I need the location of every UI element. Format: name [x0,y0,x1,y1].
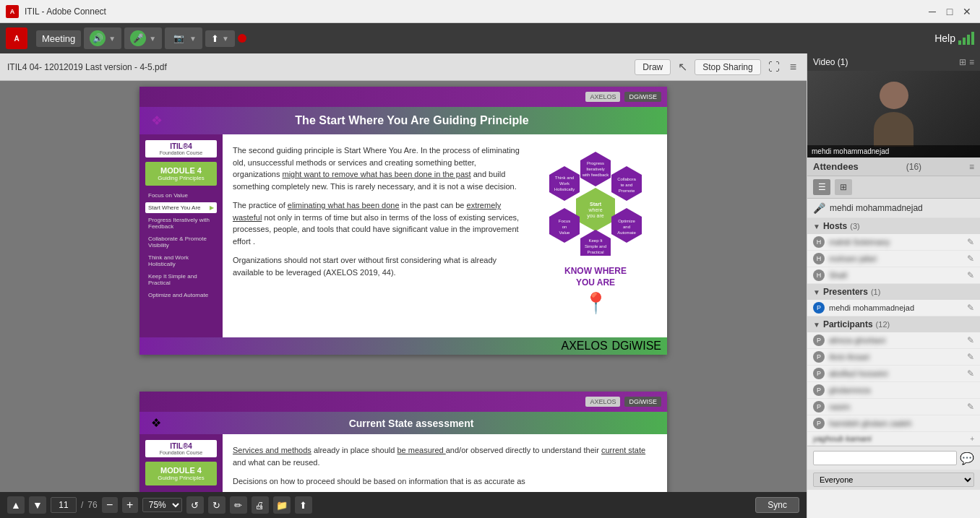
host-action-1[interactable]: ✎ [967,237,974,247]
participant-name-6: hamideh gholam zadeh [829,419,974,428]
svg-text:Keep It: Keep It [588,238,602,243]
participant-avatar-5: P [813,401,825,413]
sync-button[interactable]: Sync [755,497,799,513]
underline-1: might want to remove what has been done … [283,170,471,178]
speaker-control[interactable]: 🔊 ▼ [84,27,121,49]
slide2-module-title: MODULE 4 [148,466,214,475]
video-layout-icon[interactable]: ⊞ [959,57,966,67]
fullscreen-button[interactable]: ⛶ [765,59,783,75]
participants-group-header[interactable]: ▼ Participants (12) [807,316,980,332]
video-options-icon[interactable]: ≡ [969,57,974,67]
pointer-tool-button[interactable]: ↖ [675,59,690,75]
speaker-icon: 🔊 [90,30,106,46]
grid-view-button[interactable]: ⊞ [835,179,852,195]
window-title: ITIL - Adobe Connect [25,7,919,17]
zoom-select[interactable]: 75% [142,498,182,512]
upload-button[interactable]: ⬆ [295,496,312,514]
stop-sharing-button[interactable]: Stop Sharing [695,59,760,75]
page-number-input[interactable] [51,497,77,513]
nav-start-where-you-are[interactable]: Start Where You Are [145,202,217,213]
host-action-3[interactable]: ✎ [967,270,974,280]
chat-input[interactable] [813,451,957,465]
options-button[interactable]: ≡ [787,59,799,75]
participant-action-2[interactable]: ✎ [967,352,974,362]
list-view-button[interactable]: ☰ [813,179,830,195]
participant-name-3: abolfazl hosseini [829,369,963,378]
share-arrow: ▼ [222,35,229,43]
svg-text:Progress: Progress [587,161,604,165]
host-avatar-2: H [813,253,825,264]
avatar-body [874,112,914,147]
zoom-out-button[interactable]: − [102,497,118,513]
share-control[interactable]: ⬆ ▼ [205,30,235,47]
attendees-count: (16) [906,162,921,172]
print-button[interactable]: 🖨 [252,496,269,514]
window-controls: ─ □ ✕ [925,5,974,18]
camera-control[interactable]: 📷 ▼ [165,27,202,49]
presenters-count: (1) [871,288,880,296]
next-page-button[interactable]: ▼ [29,496,46,514]
chat-send-button[interactable]: 💬 [960,452,974,465]
undo-button[interactable]: ↺ [186,496,204,514]
participants-expand-icon: ▼ [813,321,820,329]
digiwise-logo: DGiWISE [624,92,661,102]
participant-avatar-1: P [813,334,825,346]
participant-action-1[interactable]: ✎ [967,335,974,345]
mic-icon: 🎤 [130,30,146,46]
redo-button[interactable]: ↻ [208,496,225,514]
participant-action-5[interactable]: ✎ [967,402,974,412]
nav-collaborate[interactable]: Collaborate & Promote Visibility [145,233,217,251]
maximize-button[interactable]: □ [942,5,957,18]
content-area: ITIL4 04- 12012019 Last version - 4-5.pd… [0,53,807,518]
bar4 [971,32,974,45]
presenter-action-1[interactable]: ✎ [967,303,974,313]
svg-text:and: and [623,225,630,229]
nav-optimize[interactable]: Optimize and Automate [145,290,217,301]
draw-button[interactable]: Draw [635,59,671,75]
slide2-nav-focus[interactable]: Focus on Value [145,490,217,492]
hosts-expand-icon: ▼ [813,223,820,230]
participant-avatar-2: P [813,351,825,363]
nav-think-work[interactable]: Think and Work Holistically [145,252,217,269]
export-button[interactable]: 📁 [273,496,291,514]
close-button[interactable]: ✕ [960,5,974,18]
hosts-group-header[interactable]: ▼ Hosts (3) [807,218,980,234]
help-button[interactable]: Help [934,33,955,44]
attendees-options-icon[interactable]: ≡ [969,162,974,172]
doc-viewer[interactable]: AXELOS DGiWISE ❖ The Start Where You Are… [0,81,807,492]
module-subtitle: Guiding Principles [148,175,214,181]
mic-control[interactable]: 🎤 ▼ [124,27,162,49]
svg-text:Holistically: Holistically [554,187,575,191]
slide2-module-box: MODULE 4 Guiding Principles [145,462,217,485]
video-title: Video (1) [813,57,848,67]
header-dots: ❖ [151,113,163,129]
participants-label: Participants [823,319,873,329]
presenters-group-header[interactable]: ▼ Presenters (1) [807,284,980,300]
recording-indicator [238,34,246,43]
avatar-head [880,82,908,109]
slide2-module-sub: Guiding Principles [148,475,214,481]
prev-page-button[interactable]: ▲ [7,496,25,514]
attendees-title: Attendees [813,161,859,172]
meeting-menu[interactable]: Meeting [36,30,81,47]
nav-keep-simple[interactable]: Keep It Simple and Practical [145,271,217,288]
minimize-button[interactable]: ─ [925,5,940,18]
annotation-button[interactable]: ✏ [230,496,247,514]
zoom-in-button[interactable]: + [122,497,138,513]
hex-diagram: Start where you are Progress Iteratively… [534,144,657,260]
bottom-attendee-status: + [970,435,974,443]
speaker-arrow: ▼ [108,35,116,43]
slide-main-content: Start where you are Progress Iteratively… [223,134,667,337]
nav-progress-iteratively[interactable]: Progress Iteratively with Feedback [145,215,217,232]
svg-text:you are: you are [587,213,603,219]
host-action-2[interactable]: ✎ [967,254,974,264]
slide2-sidebar: ITIL®4 Foundation Course MODULE 4 Guidin… [139,434,223,492]
camera-icon: 📷 [171,30,186,46]
audience-select[interactable]: Everyone [813,472,974,487]
nav-focus-on-value[interactable]: Focus on Value [145,190,217,201]
participant-name-1: alireza ghorbani [829,336,963,345]
svg-text:on: on [562,225,567,229]
participant-action-3[interactable]: ✎ [967,368,974,379]
slide2-body: ITIL®4 Foundation Course MODULE 4 Guidin… [139,434,667,492]
share-icon: ⬆ [211,33,219,44]
